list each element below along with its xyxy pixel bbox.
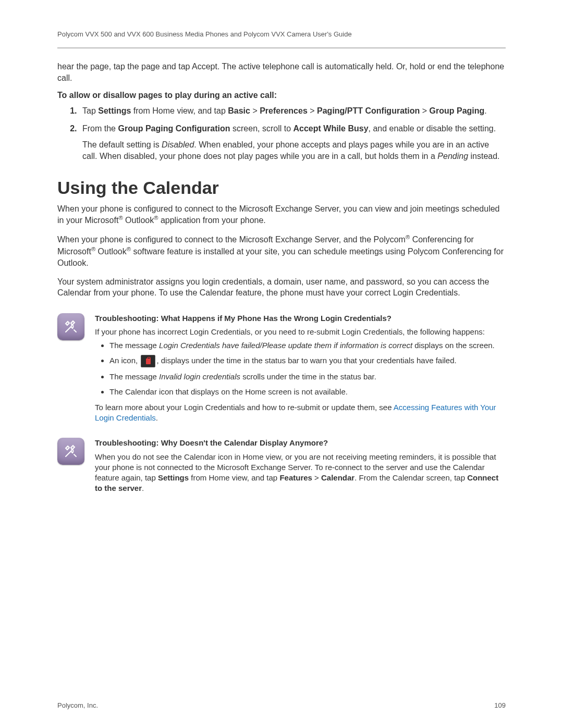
callout1-item-1: The message Login Credentials have faile… — [109, 340, 506, 351]
section-heading: Using the Calendar — [57, 178, 506, 198]
tools-icon — [57, 313, 84, 340]
footer-company: Polycom, Inc. — [57, 701, 98, 709]
intro-paragraph: hear the page, tap the page and tap Acce… — [57, 61, 506, 83]
callout1-item-2: An icon, , displays under the time in th… — [109, 355, 506, 367]
footer-page-number: 109 — [494, 701, 506, 709]
callout1-intro: If your phone has incorrect Login Creden… — [95, 327, 506, 337]
calendar-para-2: When your phone is configured to connect… — [57, 233, 506, 268]
callout2-title: Troubleshooting: Why Doesn't the Calenda… — [95, 438, 506, 448]
callout1-list: The message Login Credentials have faile… — [95, 340, 506, 397]
procedure-lead: To allow or disallow pages to play durin… — [57, 91, 506, 100]
step-2: From the Group Paging Configuration scre… — [79, 123, 506, 162]
step-2-note: The default setting is Disabled. When en… — [82, 139, 506, 162]
calendar-para-3: Your system administrator assigns you lo… — [57, 276, 506, 299]
callout1-title: Troubleshooting: What Happens if My Phon… — [95, 313, 506, 324]
header-rule — [57, 47, 506, 48]
callout1-item-3: The message Invalid login credentials sc… — [109, 372, 506, 382]
tools-icon — [57, 438, 84, 465]
step-1: Tap Settings from Home view, and tap Bas… — [79, 105, 506, 117]
callout1-item-4: The Calendar icon that displays on the H… — [109, 387, 506, 397]
troubleshoot-icon-wrap-2 — [57, 438, 88, 465]
troubleshoot-icon-wrap — [57, 313, 88, 340]
callout1-outro: To learn more about your Login Credentia… — [95, 402, 506, 424]
callout2-body: When you do not see the Calendar icon in… — [95, 452, 506, 494]
page-footer: Polycom, Inc. 109 — [57, 701, 506, 709]
running-header: Polycom VVX 500 and VVX 600 Business Med… — [57, 30, 506, 38]
troubleshooting-callout-1: Troubleshooting: What Happens if My Phon… — [57, 313, 506, 424]
calendar-para-1: When your phone is configured to connect… — [57, 203, 506, 227]
troubleshooting-callout-2: Troubleshooting: Why Doesn't the Calenda… — [57, 438, 506, 493]
procedure-steps: Tap Settings from Home view, and tap Bas… — [57, 105, 506, 162]
lock-warning-icon — [141, 355, 155, 367]
